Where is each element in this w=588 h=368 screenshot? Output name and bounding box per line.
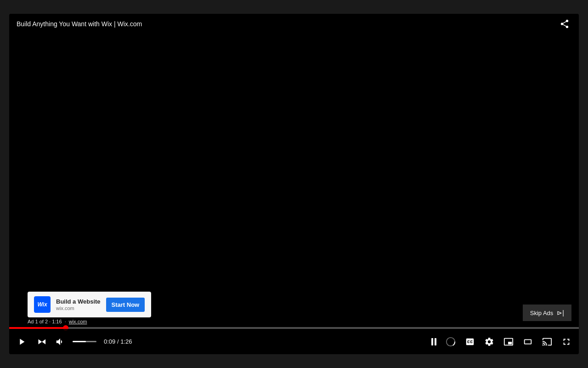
ad-brand-logo: Wix bbox=[34, 296, 51, 313]
volume-fill bbox=[73, 341, 86, 342]
cast-button[interactable] bbox=[540, 335, 554, 349]
skip-ads-icon: ⊳| bbox=[557, 309, 564, 316]
video-title: Build Anything You Want with Wix | Wix.c… bbox=[17, 20, 142, 28]
cc-button[interactable] bbox=[463, 335, 477, 349]
ad-url: wix.com bbox=[56, 305, 101, 311]
fullscreen-button[interactable] bbox=[560, 335, 573, 349]
skip-next-button[interactable] bbox=[34, 335, 48, 349]
skip-ads-label: Skip Ads bbox=[530, 310, 554, 316]
ad-info-text: Ad 1 of 2 · 1:16 bbox=[28, 319, 62, 324]
controls-bar: 0:09 / 1:26 bbox=[9, 329, 579, 354]
time-display: 0:09 / 1:26 bbox=[104, 338, 132, 345]
volume-slider[interactable] bbox=[73, 341, 96, 342]
start-now-button[interactable]: Start Now bbox=[106, 298, 145, 312]
ad-text-block: Build a Website wix.com bbox=[56, 298, 101, 311]
title-bar: Build Anything You Want with Wix | Wix.c… bbox=[9, 14, 579, 34]
ad-tagline: Build a Website bbox=[56, 298, 101, 306]
share-button[interactable] bbox=[558, 17, 571, 31]
pause-button-right[interactable] bbox=[430, 336, 438, 347]
theater-mode-button[interactable] bbox=[521, 335, 535, 349]
volume-button[interactable] bbox=[53, 335, 67, 349]
skip-ads-button[interactable]: Skip Ads ⊳| bbox=[523, 305, 571, 321]
play-pause-button[interactable] bbox=[15, 335, 28, 349]
video-divider bbox=[294, 34, 295, 327]
ad-overlay: Wix Build a Website wix.com Start Now bbox=[28, 292, 151, 317]
mini-player-button[interactable] bbox=[502, 335, 515, 349]
settings-button[interactable] bbox=[482, 335, 496, 349]
video-player: Build Anything You Want with Wix | Wix.c… bbox=[9, 14, 579, 354]
ad-info-bar: Ad 1 of 2 · 1:16 · wix.com bbox=[28, 319, 87, 324]
ad-progress-button[interactable] bbox=[444, 335, 458, 349]
ad-info-link[interactable]: wix.com bbox=[69, 319, 87, 324]
